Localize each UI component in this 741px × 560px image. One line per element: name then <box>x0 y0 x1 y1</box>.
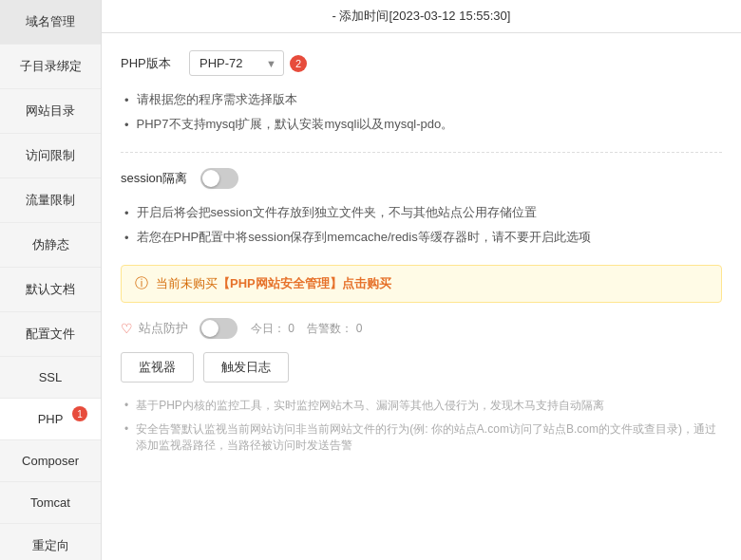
php-version-note-2: • PHP7不支持mysql扩展，默认安装mysqli以及mysql-pdo。 <box>124 116 722 133</box>
heart-icon: ♡ <box>121 321 133 336</box>
sidebar-item-subdirectory[interactable]: 子目录绑定 <box>0 45 101 89</box>
alerts-value: 0 <box>356 322 363 335</box>
info-text-1: • 基于PHP内核的监控工具，实时监控网站木马、漏洞等其他入侵行为，发现木马支持… <box>124 398 722 414</box>
sidebar-item-label: PHP <box>38 412 64 426</box>
version-badge: 2 <box>290 55 307 72</box>
warning-link[interactable]: 【PHP网站安全管理】点击购买 <box>218 276 391 290</box>
bullet-icon: • <box>124 93 129 107</box>
monitor-button[interactable]: 监视器 <box>121 352 194 383</box>
sidebar-item-label: 子目录绑定 <box>20 58 82 75</box>
php-version-note-2-text: PHP7不支持mysql扩展，默认安装mysqli以及mysql-pdo。 <box>137 116 454 133</box>
sidebar-item-label: 配置文件 <box>26 326 75 343</box>
php-badge: 1 <box>72 406 87 421</box>
sidebar-item-label: 访问限制 <box>26 147 75 164</box>
php-version-notes: • 请根据您的程序需求选择版本 • PHP7不支持mysql扩展，默认安装mys… <box>121 91 722 133</box>
php-select-wrapper: PHP-54 PHP-56 PHP-70 PHP-71 PHP-72 PHP-7… <box>189 50 284 76</box>
info-bullet-icon: • <box>124 399 128 412</box>
sidebar-item-composer[interactable]: Composer <box>0 440 101 482</box>
session-row: session隔离 <box>121 168 722 189</box>
session-note-1-text: 开启后将会把session文件存放到独立文件夹，不与其他站点公用存储位置 <box>137 204 537 221</box>
today-value: 0 <box>288 322 294 335</box>
session-label: session隔离 <box>121 170 187 187</box>
info-text-2: • 安全告警默认监视当前网站访问非当前网站文件的行为(例: 你的站点A.com访… <box>124 421 722 454</box>
bullet-icon: • <box>124 118 129 132</box>
bullet-icon: • <box>124 206 129 220</box>
warning-text: 当前未购买【PHP网站安全管理】点击购买 <box>156 275 391 292</box>
alerts-label: 告警数： <box>307 322 352 335</box>
divider-1 <box>121 152 722 153</box>
sidebar-item-label: 重定向 <box>32 537 69 554</box>
sidebar-item-tomcat[interactable]: Tomcat <box>0 482 101 524</box>
session-note-2-text: 若您在PHP配置中将session保存到memcache/redis等缓存器时，… <box>137 229 591 246</box>
php-version-label: PHP版本 <box>121 55 178 72</box>
sidebar-item-label: SSL <box>39 370 63 384</box>
main-content: - 添加时间[2023-03-12 15:55:30] PHP版本 PHP-54… <box>102 0 741 560</box>
sidebar-item-redirect[interactable]: 重定向 <box>0 524 101 560</box>
php-version-note-1: • 请根据您的程序需求选择版本 <box>124 91 722 108</box>
info-text-list: • 基于PHP内核的监控工具，实时监控网站木马、漏洞等其他入侵行为，发现木马支持… <box>121 398 722 454</box>
trigger-log-button[interactable]: 触发日志 <box>203 352 289 383</box>
bullet-icon: • <box>124 231 129 245</box>
guard-label: 站点防护 <box>139 320 188 337</box>
sidebar-item-access-limit[interactable]: 访问限制 <box>0 134 101 178</box>
sidebar-item-php[interactable]: PHP 1 <box>0 399 101 440</box>
today-label: 今日： <box>251 322 285 335</box>
content-area: PHP版本 PHP-54 PHP-56 PHP-70 PHP-71 PHP-72… <box>102 33 741 560</box>
session-note-2: • 若您在PHP配置中将session保存到memcache/redis等缓存器… <box>124 229 722 246</box>
session-note-1: • 开启后将会把session文件存放到独立文件夹，不与其他站点公用存储位置 <box>124 204 722 221</box>
header: - 添加时间[2023-03-12 15:55:30] <box>102 0 741 33</box>
sidebar-item-default-doc[interactable]: 默认文档 <box>0 268 101 312</box>
info-text-1-content: 基于PHP内核的监控工具，实时监控网站木马、漏洞等其他入侵行为，发现木马支持自动… <box>136 398 604 414</box>
sidebar-item-label: 伪静态 <box>32 236 69 253</box>
sidebar-item-label: 域名管理 <box>26 13 75 30</box>
warning-box: ⓘ 当前未购买【PHP网站安全管理】点击购买 <box>121 265 722 303</box>
sidebar-item-config-file[interactable]: 配置文件 <box>0 312 101 357</box>
guard-stats: 今日： 0 告警数： 0 <box>251 321 362 337</box>
sidebar-item-label: Tomcat <box>30 495 70 510</box>
php-version-row: PHP版本 PHP-54 PHP-56 PHP-70 PHP-71 PHP-72… <box>121 50 722 76</box>
guard-toggle[interactable] <box>200 318 238 339</box>
buttons-row: 监视器 触发日志 <box>121 352 722 383</box>
sidebar-item-label: Composer <box>22 454 79 468</box>
session-notes: • 开启后将会把session文件存放到独立文件夹，不与其他站点公用存储位置 •… <box>121 204 722 246</box>
sidebar-item-website-dir[interactable]: 网站目录 <box>0 89 101 134</box>
sidebar-item-traffic-limit[interactable]: 流量限制 <box>0 178 101 223</box>
info-text-2-content: 安全告警默认监视当前网站访问非当前网站文件的行为(例: 你的站点A.com访问了… <box>136 421 722 454</box>
session-toggle[interactable] <box>200 168 238 189</box>
guard-row: ♡ 站点防护 今日： 0 告警数： 0 <box>121 318 722 339</box>
warning-icon: ⓘ <box>135 275 148 292</box>
guard-toggle-knob <box>201 320 218 337</box>
warning-text-content: 当前未购买 <box>156 276 218 290</box>
toggle-knob <box>202 170 219 187</box>
php-version-note-1-text: 请根据您的程序需求选择版本 <box>137 91 297 108</box>
sidebar-item-label: 默认文档 <box>26 281 75 298</box>
sidebar-item-ssl[interactable]: SSL <box>0 357 101 399</box>
sidebar: 域名管理 子目录绑定 网站目录 访问限制 流量限制 伪静态 默认文档 配置文件 … <box>0 0 102 560</box>
info-bullet-icon: • <box>124 422 128 436</box>
php-version-select[interactable]: PHP-54 PHP-56 PHP-70 PHP-71 PHP-72 PHP-7… <box>189 50 284 76</box>
sidebar-item-pseudo-static[interactable]: 伪静态 <box>0 223 101 268</box>
sidebar-item-label: 流量限制 <box>26 192 75 209</box>
sidebar-item-label: 网站目录 <box>26 103 75 120</box>
header-title: - 添加时间[2023-03-12 15:55:30] <box>332 9 511 23</box>
sidebar-item-domain[interactable]: 域名管理 <box>0 0 101 45</box>
